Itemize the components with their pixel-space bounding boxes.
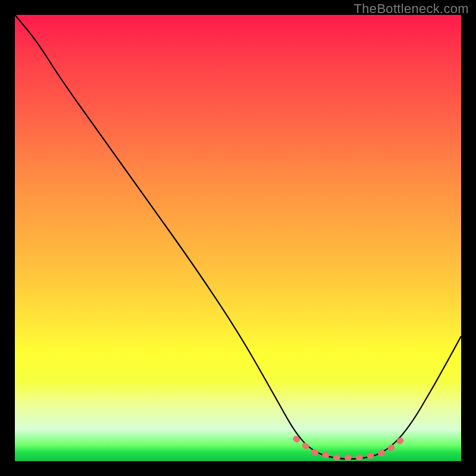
plot-area <box>15 15 461 461</box>
black-curve <box>15 15 461 459</box>
chart-stage: TheBottleneck.com <box>0 0 476 476</box>
curve-layer <box>15 15 461 461</box>
pink-highlight-band <box>296 439 403 458</box>
